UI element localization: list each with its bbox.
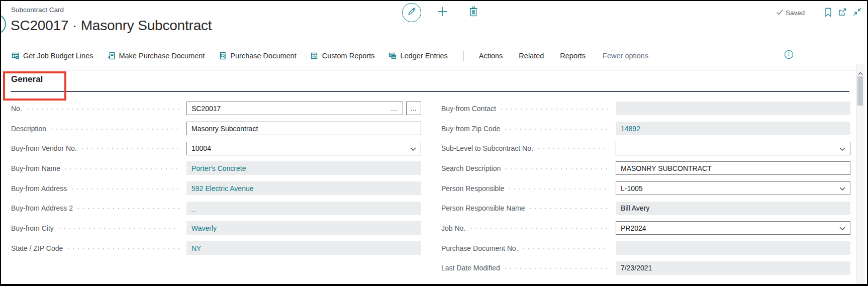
field-row-buy-from-vendor-no: Buy-from Vendor No.10004 [11, 138, 421, 158]
field-value-person-responsible-name: Bill Avery [616, 202, 850, 215]
menu-actions[interactable]: Actions [479, 52, 503, 60]
info-button[interactable] [784, 50, 794, 61]
dotted-leader [65, 168, 179, 169]
field-label: Person Responsible [441, 184, 509, 193]
field-label: Job No. [441, 224, 470, 232]
menu-reports[interactable]: Reports [560, 52, 586, 60]
job-budget-lines-icon [11, 52, 20, 60]
chevron-down-icon[interactable] [839, 187, 845, 190]
action-item-purchase-document[interactable]: Purchase Document [218, 52, 296, 60]
menu-related[interactable]: Related [519, 52, 544, 60]
assist-edit-button[interactable]: … [406, 102, 421, 115]
vertical-scrollbar[interactable] [856, 64, 864, 284]
field-value: 14892 [616, 125, 640, 133]
field-input-buy-from-vendor-no[interactable]: 10004 [186, 142, 421, 155]
field-value: 7/23/2021 [616, 264, 652, 272]
field-value-state-zip-code: NY [186, 241, 421, 255]
field-input-description[interactable]: Masonry Subcontract [186, 122, 421, 135]
field-value: Waverly [187, 224, 217, 232]
field-row-buy-from-address: Buy-from Address592 Electric Avenue [11, 178, 421, 199]
edit-pencil-icon [407, 7, 417, 19]
field-row-person-responsible: Person ResponsibleL-1005 [441, 178, 850, 199]
action-item-make-purchase-document[interactable]: Make Purchase Document [107, 52, 205, 60]
info-icon [784, 52, 794, 61]
field-label: Search Description [441, 164, 506, 172]
field-label: Buy-from Address 2 [11, 204, 78, 212]
bookmark-button[interactable] [823, 8, 833, 19]
dotted-leader [505, 268, 609, 269]
field-value-buy-from-contact [616, 102, 850, 115]
chevron-down-icon[interactable] [839, 147, 845, 151]
field-row-buy-from-city: Buy-from CityWaverly [11, 218, 421, 238]
field-column-left: No.SC20017……DescriptionMasonry Subcontra… [11, 99, 421, 258]
save-status-label: Saved [786, 9, 805, 17]
field-value: Porter's Concrete [187, 164, 246, 172]
dotted-leader [72, 188, 179, 189]
field-label: Buy-from Name [11, 164, 65, 172]
field-label: Person Responsible Name [441, 204, 530, 212]
assist-field-group: SC20017…… [186, 102, 421, 115]
field-row-search-description: Search DescriptionMASONRY SUBCONTRACT [441, 158, 850, 178]
field-value: MASONRY SUBCONTRACT [616, 164, 712, 172]
scrollbar-thumb[interactable] [857, 76, 863, 106]
delete-button[interactable] [467, 6, 479, 18]
field-value-buy-from-zip-code: 14892 [616, 122, 850, 135]
collapse-icon [853, 7, 862, 18]
collapse-button[interactable] [852, 8, 862, 18]
dotted-leader [538, 148, 609, 149]
purchase-document-icon [218, 52, 227, 60]
field-row-sub-level-to-subcontract-no: Sub-Level to Subcontract No. [441, 138, 850, 158]
field-value: NY [187, 244, 201, 252]
field-value-buy-from-city: Waverly [186, 221, 421, 235]
field-row-purchase-document-no: Purchase Document No. [441, 238, 850, 258]
header-divider [11, 46, 864, 46]
field-input-sub-level-to-subcontract-no[interactable] [616, 142, 850, 155]
action-item-get-job-budget-lines[interactable]: Get Job Budget Lines [11, 52, 93, 60]
action-item-label: Custom Reports [322, 52, 375, 60]
delete-trash-icon [468, 6, 478, 19]
field-label: Buy-from Vendor No. [11, 144, 82, 152]
action-item-custom-reports[interactable]: Custom Reports [310, 52, 375, 60]
field-input-person-responsible[interactable]: L-1005 [616, 181, 850, 195]
popout-button[interactable] [837, 9, 848, 18]
action-item-label: Get Job Budget Lines [23, 52, 93, 60]
chevron-down-icon[interactable] [839, 227, 845, 230]
field-input-search-description[interactable]: MASONRY SUBCONTRACT [616, 161, 850, 175]
dotted-leader [59, 228, 179, 229]
new-button[interactable] [436, 7, 448, 19]
field-row-person-responsible-name: Person Responsible NameBill Avery [441, 198, 850, 218]
field-label: Last Date Modified [441, 264, 505, 272]
field-input-job-no[interactable]: PR2024 [616, 221, 850, 235]
field-value-last-date-modified: 7/23/2021 [616, 261, 850, 275]
action-item-label: Make Purchase Document [119, 52, 205, 60]
chevron-down-icon[interactable] [410, 147, 416, 151]
field-value: 10004 [187, 144, 211, 152]
action-bar-divider [463, 51, 464, 61]
field-input-no[interactable]: SC20017… [186, 102, 403, 115]
field-column-right: Buy-from ContactBuy-from Zip Code14892Su… [441, 99, 850, 278]
field-row-job-no: Job No.PR2024 [441, 218, 850, 238]
dotted-leader [68, 248, 179, 249]
dotted-leader [505, 129, 609, 130]
field-label: Buy-from City [11, 224, 59, 232]
back-button-fragment[interactable] [0, 14, 6, 34]
action-bar: Get Job Budget LinesMake Purchase Docume… [11, 48, 648, 63]
section-header-general[interactable]: General [11, 74, 43, 84]
field-value-buy-from-address: 592 Electric Avenue [186, 181, 421, 195]
fewer-options-button[interactable]: Fewer options [603, 52, 648, 60]
field-row-no: No.SC20017…… [11, 99, 421, 119]
custom-reports-icon [310, 52, 319, 60]
dotted-leader [51, 129, 179, 130]
field-value-buy-from-address-2: _ [186, 202, 421, 215]
dotted-leader [470, 228, 609, 229]
action-item-ledger-entries[interactable]: Ledger Entries [388, 52, 447, 60]
breadcrumb[interactable]: Subcontract Card [11, 6, 64, 14]
field-label: Purchase Document No. [441, 244, 523, 252]
dotted-leader [78, 208, 179, 209]
field-row-buy-from-contact: Buy-from Contact [441, 99, 850, 119]
ellipsis-icon[interactable]: … [391, 105, 403, 113]
ledger-entries-icon [388, 52, 397, 60]
field-value: L-1005 [616, 184, 643, 193]
edit-button[interactable] [402, 3, 421, 22]
action-bar-divider-bottom [1, 70, 863, 70]
